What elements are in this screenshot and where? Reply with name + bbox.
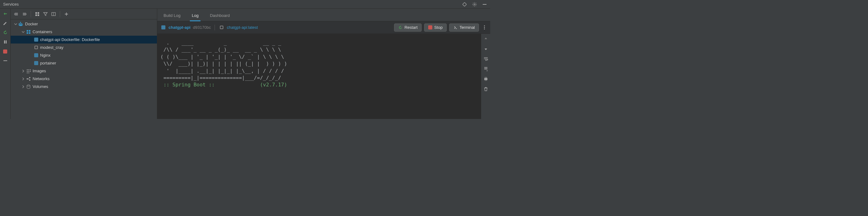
- tree-label: Containers: [33, 29, 52, 34]
- minimize-icon[interactable]: [482, 1, 488, 7]
- chevron-right-icon: [21, 85, 26, 88]
- scroll-up-icon[interactable]: [483, 36, 489, 42]
- terminal-button[interactable]: Terminal: [449, 24, 479, 32]
- scroll-down-icon[interactable]: [483, 46, 489, 52]
- restart-button[interactable]: Restart: [394, 24, 422, 32]
- container-running-icon: [160, 25, 166, 29]
- svg-rect-21: [29, 30, 30, 32]
- svg-point-5: [474, 3, 475, 5]
- log-spring-line: :: Spring Boot :: (v2.7.17): [160, 82, 287, 88]
- more-icon[interactable]: [482, 24, 487, 31]
- svg-rect-11: [38, 12, 39, 14]
- svg-rect-12: [35, 14, 37, 16]
- image-name[interactable]: chatgpt-api:latest: [227, 25, 258, 30]
- log-ascii: . ____ _ __ _ _ /\\ / ___'_ __ _ _(_)_ _…: [160, 40, 287, 81]
- button-label: Restart: [404, 25, 417, 30]
- svg-rect-39: [485, 80, 487, 81]
- scroll-to-end-icon[interactable]: [483, 66, 489, 72]
- tree-label: chatgpt-api Dockerfile: Dockerfile: [40, 37, 100, 42]
- tool-window-title: Services: [2, 2, 19, 7]
- svg-rect-18: [21, 23, 22, 24]
- separator: [215, 25, 215, 30]
- tree-label: Volumes: [33, 84, 48, 89]
- tree-label: Nginx: [40, 53, 51, 58]
- tree-label: Images: [33, 68, 46, 73]
- container-running-icon: [33, 37, 39, 42]
- svg-rect-23: [29, 32, 30, 34]
- networks-icon: [26, 77, 31, 81]
- print-icon[interactable]: [483, 76, 489, 82]
- container-running-icon: [33, 53, 39, 57]
- stop-square-icon[interactable]: [2, 48, 8, 55]
- stop-button[interactable]: Stop: [424, 24, 447, 32]
- collapse-bar-icon[interactable]: [2, 58, 8, 64]
- chevron-right-icon: [21, 69, 26, 73]
- view-mode-icon[interactable]: [51, 11, 57, 17]
- container-running-icon: [33, 61, 39, 65]
- svg-point-32: [27, 78, 28, 80]
- tree-node-images[interactable]: Images: [11, 67, 157, 75]
- svg-point-29: [30, 71, 31, 72]
- svg-rect-19: [20, 22, 21, 23]
- tree-node-container[interactable]: chatgpt-api Dockerfile: Dockerfile: [11, 36, 157, 43]
- svg-rect-6: [483, 4, 487, 5]
- svg-rect-16: [19, 23, 20, 24]
- tree-node-container[interactable]: modest_cray: [11, 43, 157, 51]
- tab-log[interactable]: Log: [190, 11, 200, 21]
- container-name: chatgpt-api: [168, 25, 190, 30]
- svg-rect-8: [6, 40, 7, 43]
- rerun-icon[interactable]: [2, 29, 8, 36]
- containers-icon: [26, 30, 31, 34]
- tree-node-container[interactable]: portainer: [11, 59, 157, 67]
- svg-rect-22: [27, 32, 28, 34]
- add-icon[interactable]: [63, 11, 69, 17]
- pause-icon[interactable]: [2, 39, 8, 45]
- volumes-icon: [26, 85, 31, 89]
- svg-rect-20: [27, 30, 28, 32]
- svg-rect-9: [3, 60, 7, 61]
- trash-icon[interactable]: [483, 86, 489, 92]
- tree-node-containers[interactable]: Containers: [11, 28, 157, 36]
- svg-rect-38: [485, 77, 487, 78]
- image-icon: [219, 26, 224, 29]
- tree-node-docker[interactable]: Docker: [11, 20, 157, 28]
- gear-icon[interactable]: [471, 1, 478, 7]
- svg-rect-17: [20, 23, 21, 24]
- svg-point-24: [27, 69, 28, 70]
- svg-point-28: [29, 71, 29, 72]
- tree-node-volumes[interactable]: Volumes: [11, 83, 157, 90]
- svg-point-27: [27, 71, 28, 72]
- button-label: Stop: [434, 25, 443, 30]
- tab-dashboard[interactable]: Dashboard: [208, 11, 232, 21]
- container-stopped-icon: [33, 46, 39, 49]
- svg-point-0: [463, 3, 466, 6]
- collapse-all-icon[interactable]: [21, 11, 28, 17]
- tab-build-log[interactable]: Build Log: [162, 11, 182, 21]
- chevron-right-icon: [21, 77, 26, 81]
- svg-point-35: [27, 85, 30, 86]
- tree-label: portainer: [40, 61, 56, 65]
- button-label: Terminal: [460, 25, 475, 30]
- svg-rect-10: [35, 12, 37, 14]
- tree-node-networks[interactable]: Networks: [11, 75, 157, 83]
- log-viewer[interactable]: . ____ _ __ _ _ /\\ / ___'_ __ _ _(_)_ _…: [157, 34, 481, 119]
- tree-label: Docker: [25, 22, 38, 26]
- svg-rect-13: [38, 14, 39, 16]
- edit-icon[interactable]: [2, 20, 8, 26]
- deploy-icon[interactable]: [2, 11, 8, 17]
- docker-icon: [18, 22, 24, 26]
- group-icon[interactable]: [34, 11, 40, 17]
- svg-point-30: [27, 72, 28, 73]
- tree-node-container[interactable]: Nginx: [11, 51, 157, 59]
- crosshair-icon[interactable]: [461, 1, 468, 7]
- tree-label: modest_cray: [40, 45, 63, 50]
- svg-point-25: [29, 69, 29, 70]
- filter-icon[interactable]: [42, 11, 49, 17]
- container-hash: d93170bc: [193, 25, 211, 30]
- chevron-down-icon: [13, 23, 18, 26]
- svg-point-26: [30, 69, 31, 70]
- soft-wrap-icon[interactable]: [483, 56, 489, 62]
- expand-all-icon[interactable]: [13, 11, 20, 17]
- tree-label: Networks: [33, 76, 50, 81]
- chevron-down-icon: [21, 30, 26, 33]
